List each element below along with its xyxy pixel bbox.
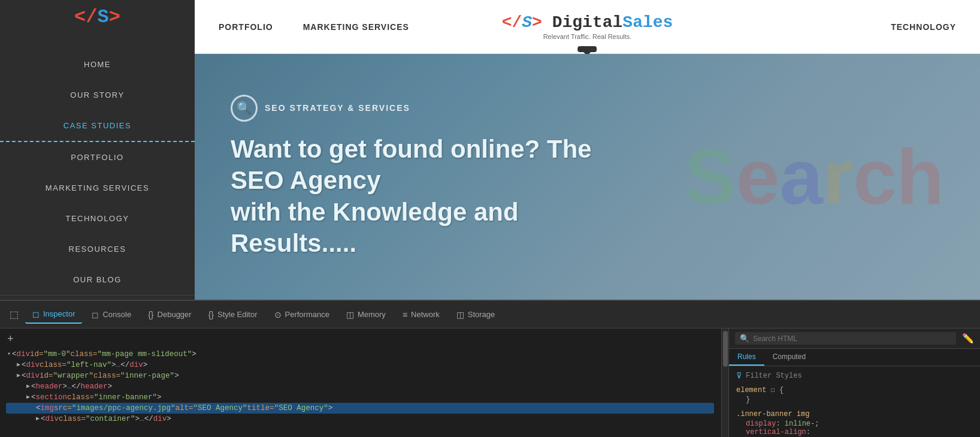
inspector-icon: ◻: [32, 309, 40, 319]
element-picker-button[interactable]: ⬚: [5, 306, 23, 324]
html-line-container: ▶ <div class="container" > … </div>: [7, 414, 714, 424]
edit-icon[interactable]: ✏️: [962, 333, 974, 344]
styles-body: ⊽ Filter Styles element ☐ { } .inner-ban…: [729, 366, 980, 437]
seo-icon: 🔍: [231, 95, 258, 122]
html-line-left-nav: ▶ <div class="left-nav" > … </div>: [7, 360, 714, 370]
service-label: SEO STRATEGY & SERVICES: [265, 103, 410, 113]
tab-memory[interactable]: ◫ Memory: [339, 306, 393, 323]
styles-panel: 🔍 ✏️ Rules Computed ⊽ Filter Styles elem: [728, 328, 980, 437]
tab-rules[interactable]: Rules: [729, 349, 764, 366]
sidebar-item-resources[interactable]: RESOURCES: [0, 234, 195, 264]
styles-search-box: 🔍: [735, 332, 956, 345]
performance-icon: ⊙: [274, 310, 282, 320]
toggle-left-nav[interactable]: ▶: [17, 361, 20, 368]
hero-content: 🔍 SEO STRATEGY & SERVICES Want to get fo…: [231, 95, 623, 260]
memory-icon: ◫: [346, 310, 354, 320]
filter-styles-label: Filter Styles: [746, 372, 802, 380]
styles-rule-element: element ☐ { }: [736, 385, 973, 404]
header-nav-portfolio[interactable]: PORTFOLIO: [219, 22, 273, 32]
debugger-icon: {}: [148, 310, 153, 320]
tab-network[interactable]: ≡ Network: [395, 306, 447, 323]
sidebar-item-home[interactable]: HOME: [0, 49, 195, 80]
scrollbar-thumb: [723, 331, 728, 367]
styles-rule-inner-banner: .inner-banner img display: inline-; vert…: [736, 410, 973, 436]
toggle-container[interactable]: ▶: [36, 415, 40, 422]
element-tooltip: [578, 46, 597, 52]
styles-tabs: Rules Computed: [729, 349, 980, 366]
rule-selector-element: element ☐ {: [736, 385, 973, 394]
html-line-header: ▶ <header > … </header>: [7, 381, 714, 392]
toggle-header[interactable]: ▶: [26, 382, 30, 390]
sidebar-item-portfolio[interactable]: PORTFOLIO: [0, 142, 195, 173]
style-editor-icon: {}: [208, 310, 214, 320]
html-line-img[interactable]: <img src="images/ppc-agency.jpg" alt="SE…: [6, 403, 714, 414]
add-node-button[interactable]: +: [7, 333, 14, 345]
html-panel: + ▾ <div id="mm-0" class="mm-page mm-sli…: [0, 328, 721, 437]
storage-icon: ◫: [456, 310, 464, 320]
html-panel-scrollbar[interactable]: [721, 328, 728, 437]
devtools-toolbar: ⬚ ◻ Inspector ◻ Console {} Debugger {} S…: [0, 301, 980, 328]
rule-selector-inner-banner: .inner-banner img: [736, 410, 973, 418]
html-line-wrapper: ▶ <div id="wrapper" class="inner-page" >: [7, 370, 714, 381]
header-nav-left: PORTFOLIO MARKETING SERVICES: [219, 22, 409, 32]
filter-styles-row: ⊽ Filter Styles: [736, 371, 973, 381]
app-layout: </S> HOME OUR STORY CASE STUDIES PORTFOL…: [0, 0, 980, 437]
website-preview: </S> HOME OUR STORY CASE STUDIES PORTFOL…: [0, 0, 980, 300]
tab-performance[interactable]: ⊙ Performance: [267, 306, 337, 323]
sidebar-item-our-blog[interactable]: OUR BLOG: [0, 264, 195, 295]
hero-headline: Want to get found online? The SEO Agency…: [231, 134, 623, 260]
sidebar-item-technology[interactable]: TECHNOLOGY: [0, 203, 195, 234]
header-tagline: Relevant Traffic. Real Results.: [543, 33, 632, 40]
hero-service-tag: 🔍 SEO STRATEGY & SERVICES: [231, 95, 623, 122]
tab-debugger[interactable]: {} Debugger: [141, 306, 198, 323]
toggle-mm0[interactable]: ▾: [7, 350, 11, 357]
sidebar-logo: </S>: [74, 6, 120, 28]
tab-computed[interactable]: Computed: [764, 349, 814, 366]
sidebar-item-case-studies[interactable]: CASE STUDIES: [0, 110, 195, 142]
sidebar-nav: </S> HOME OUR STORY CASE STUDIES PORTFOL…: [0, 0, 195, 300]
sidebar-item-our-story[interactable]: OUR STORY: [0, 80, 195, 110]
header-logo: </S> DigitalSales Relevant Traffic. Real…: [502, 13, 673, 40]
sidebar-item-marketing-services[interactable]: MARKETING SERVICES: [0, 173, 195, 203]
main-content: PORTFOLIO MARKETING SERVICES </S> Digita…: [195, 0, 980, 300]
search-html-input[interactable]: [753, 334, 951, 343]
html-line-mm0: ▾ <div id="mm-0" class="mm-page mm-slide…: [7, 349, 714, 360]
header-nav-marketing[interactable]: MARKETING SERVICES: [303, 22, 409, 32]
network-icon: ≡: [403, 310, 407, 320]
tab-console[interactable]: ◻ Console: [84, 306, 138, 323]
console-icon: ◻: [92, 310, 99, 320]
toggle-section[interactable]: ▶: [26, 393, 30, 400]
styles-header: 🔍 ✏️: [729, 328, 980, 349]
header-logo-text: </S> DigitalSales: [502, 13, 673, 32]
site-header: PORTFOLIO MARKETING SERVICES </S> Digita…: [195, 0, 980, 54]
toggle-wrapper[interactable]: ▶: [17, 372, 20, 379]
search-icon: 🔍: [740, 334, 749, 343]
devtools-content: + ▾ <div id="mm-0" class="mm-page mm-sli…: [0, 328, 980, 437]
html-line-section: ▶ <section class="inner-banner" >: [7, 392, 714, 403]
filter-icon: ⊽: [736, 371, 742, 381]
tab-storage[interactable]: ◫ Storage: [449, 306, 503, 323]
header-nav-technology[interactable]: TECHNOLOGY: [891, 22, 956, 32]
tab-inspector[interactable]: ◻ Inspector: [25, 306, 82, 324]
hero-section: 🔍 SEO STRATEGY & SERVICES Want to get fo…: [195, 54, 980, 300]
add-node-area: +: [7, 333, 714, 345]
devtools-panel: ⬚ ◻ Inspector ◻ Console {} Debugger {} S…: [0, 300, 980, 437]
tab-style-editor[interactable]: {} Style Editor: [201, 306, 265, 323]
